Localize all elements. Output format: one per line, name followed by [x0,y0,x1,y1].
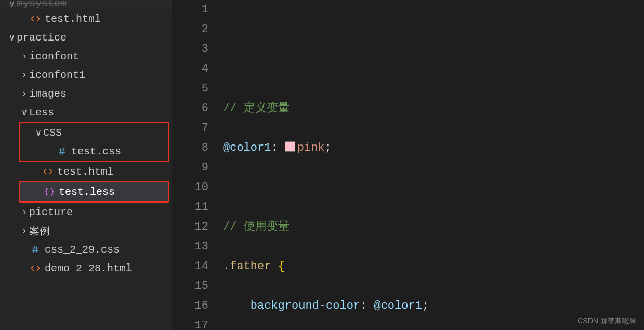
folder-label: iconfont1 [29,69,167,81]
html-icon [29,14,42,24]
folder-label: 案例 [29,224,167,238]
line-number: 6 [172,99,208,118]
folder-less[interactable]: ∨ Less [0,103,172,122]
chevron-down-icon: ∨ [7,32,17,43]
file-explorer[interactable]: ∨ mysystem test.html ∨ practice › iconfo… [0,0,172,330]
chevron-right-icon: › [20,207,29,217]
line-number: 13 [172,237,208,257]
file-label: demo_2_28.html [45,262,167,274]
line-number: 14 [172,257,208,276]
hash-icon [29,244,42,255]
html-icon [42,166,54,177]
chevron-right-icon: › [20,88,29,99]
chevron-down-icon: ∨ [34,127,43,138]
file-test-css[interactable]: test.css [20,142,168,161]
folder-anli[interactable]: › 案例 [0,221,172,240]
line-number: 4 [172,59,208,79]
highlight-box-css: ∨ CSS test.css [19,122,169,162]
file-test-html-less[interactable]: test.html [0,162,172,181]
folder-label: iconfont [29,50,167,62]
line-number: 9 [172,158,208,178]
line-number: 15 [172,276,208,296]
folder-label: CSS [43,127,164,139]
line-number: 7 [172,118,208,138]
braces-icon [43,187,56,197]
file-demo-2-28[interactable]: demo_2_28.html [0,259,172,278]
line-number: 1 [172,0,208,20]
line-number: 3 [172,39,208,59]
code-comment: // 使用变量 [223,220,290,233]
line-number: 2 [172,20,208,39]
line-number: 16 [172,296,208,316]
code-variable: @color1 [223,141,271,154]
line-number: 8 [172,138,208,158]
code-color-value: pink [297,141,325,154]
folder-label: practice [17,32,167,44]
folder-iconfont1[interactable]: › iconfont1 [0,65,172,84]
folder-iconfont[interactable]: › iconfont [0,47,172,65]
folder-label: images [29,88,167,100]
line-number: 12 [172,217,208,237]
chevron-right-icon: › [20,226,29,236]
file-label: test.html [45,13,167,25]
hash-icon [56,146,68,156]
chevron-down-icon: ∨ [20,107,29,118]
color-swatch-icon [285,141,295,152]
line-number: 10 [172,178,208,197]
file-css-2-29[interactable]: css_2_29.css [0,240,172,259]
line-number: 17 [172,316,208,330]
chevron-right-icon: › [20,70,29,80]
chevron-down-icon: ∨ [7,0,17,9]
file-test-less[interactable]: test.less [20,182,168,201]
code-editor[interactable]: 1 2 3 4 5 6 7 8 9 10 11 12 13 14 15 16 1… [172,0,644,330]
highlight-box-less: test.less [19,181,169,203]
code-selector: .father [223,260,271,273]
code-property: background-color [251,299,360,312]
line-number: 11 [172,197,208,217]
line-number-gutter: 1 2 3 4 5 6 7 8 9 10 11 12 13 14 15 16 1… [172,0,223,330]
folder-label: mysystem [17,0,167,9]
file-label: css_2_29.css [45,244,167,256]
code-comment: // 定义变量 [223,102,290,115]
code-content[interactable]: // 定义变量 @color1: pink; // 使用变量 .father {… [223,0,644,330]
chevron-right-icon: › [20,51,29,61]
folder-label: picture [29,206,167,218]
file-test-html[interactable]: test.html [0,9,172,28]
folder-label: Less [29,107,167,118]
folder-css[interactable]: ∨ CSS [20,123,168,142]
folder-picture[interactable]: › picture [0,203,172,221]
file-label: test.css [71,146,164,157]
file-label: test.less [59,186,164,198]
code-variable: @color1 [374,299,422,312]
line-number: 5 [172,79,208,99]
html-icon [29,263,42,273]
folder-mysystem[interactable]: ∨ mysystem [0,0,172,9]
folder-images[interactable]: › images [0,84,172,103]
file-label: test.html [57,166,167,178]
folder-practice[interactable]: ∨ practice [0,28,172,47]
watermark: CSDN @李斯啦果 [577,316,637,326]
